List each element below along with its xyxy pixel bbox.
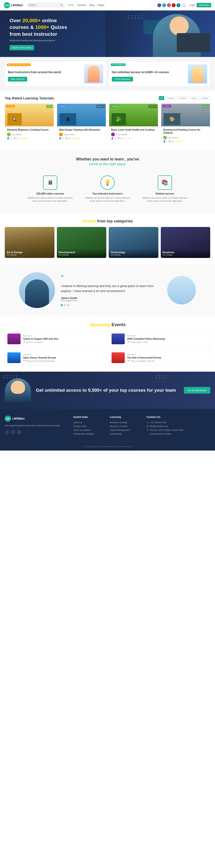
footer-phone: 📞 +91 408 654 926 (146, 421, 210, 424)
hero-suffix3: from best instructor (9, 31, 57, 37)
footer-link-terms[interactable]: Terms & condition (73, 429, 105, 431)
tutorials-title: Top Rated Learning Tutorials (5, 96, 159, 100)
footer-link-membership[interactable]: membership spotlight (73, 433, 105, 435)
login-button[interactable]: Login (188, 3, 196, 7)
filter-lifestyle[interactable]: Lifestyle (199, 96, 210, 100)
footer-learn-4[interactable]: membership (110, 433, 142, 435)
hero-person-face (170, 17, 189, 35)
category-card-business[interactable]: Business 10 Course (161, 227, 211, 258)
hero-heading: Over 20,000+ online courses & 1000+ Quiz… (9, 17, 67, 37)
category-card-tech[interactable]: Technology 15 Course (109, 227, 158, 258)
course-meta-4: 👤 4 💬 14 ★★★★★ (163, 141, 208, 143)
course-img-3: Trending $29.00 🥦 (109, 104, 158, 126)
course-label-4: Lifestyle (162, 105, 171, 107)
categories-highlight: Choose (82, 219, 96, 223)
stars-1: ★★★★★ (20, 137, 28, 140)
cta-person-face (11, 381, 25, 394)
footer-learn-2[interactable]: Become A Teacher (110, 425, 142, 428)
footer-link-about[interactable]: About Us (73, 421, 105, 424)
footer-learn-1[interactable]: Business Strategy (110, 421, 142, 424)
events-suffix: Events (112, 322, 126, 327)
footer-learn-3[interactable]: Project Management (110, 429, 142, 431)
twitter-icon[interactable]: t (162, 3, 166, 7)
footer-logo-text: LMSMart (12, 417, 25, 420)
testimonial-dots (61, 304, 161, 306)
linkedin-icon[interactable]: in (177, 3, 180, 7)
why-card-1: 🖥 155,000 video courses Whether you want… (24, 172, 76, 206)
student-count-2: 👤 10 (59, 137, 64, 140)
student-count-4: 👤 4 (163, 141, 167, 143)
footer-learning-list: Business Strategy Become A Teacher Proje… (110, 421, 142, 435)
student-count-3: 👤 12 (111, 137, 116, 140)
dot-3[interactable] (67, 304, 69, 306)
category-name-3: Technology (111, 251, 157, 254)
footer-desc: We support programs that create enhancem… (5, 424, 69, 428)
cta-banner: Get unlimited access to 5,500+ of your t… (0, 372, 215, 409)
footer-tw-icon[interactable]: t (11, 430, 16, 435)
dot-1[interactable] (61, 304, 63, 306)
why-icon-1: 🖥 (43, 176, 57, 190)
nav-home[interactable]: Home (68, 4, 74, 6)
promo-card-instructor: BECOME AN INSTRUCTOR Best Instructors fr… (5, 61, 106, 87)
instructor-name-1: Glen Burton (12, 133, 22, 136)
facebook-icon[interactable]: f (157, 3, 161, 7)
footer-email[interactable]: ✉ Info@example.com (146, 425, 210, 428)
footer-bottom: © Copyright 2022 ITMelbourne All rights … (5, 441, 210, 451)
logo[interactable]: LMS LMSMart (4, 2, 23, 8)
event-title-2: 2025 Complete Python Bootcamp (127, 337, 165, 340)
course-instructor-1: Glen Burton (7, 132, 52, 136)
pinterest-icon[interactable]: p (172, 3, 176, 7)
event-card-2[interactable]: Nov 08-23 2025 Complete Python Bootcamp … (109, 331, 210, 347)
course-info-2: Web Design Training with Elementor Steve… (57, 126, 106, 142)
footer-logo[interactable]: LMS LMSMart (5, 415, 69, 422)
testimonial-role: CFO Apple Corp (61, 300, 161, 302)
category-count-4: 10 Course (163, 254, 209, 256)
search-input[interactable] (29, 4, 60, 6)
cta-title: Get unlimited access to 5,500+ of your t… (36, 387, 179, 393)
try-business-button[interactable]: Try for Business (112, 77, 133, 82)
start-teaching-button[interactable]: Start Teaching (8, 77, 27, 82)
event-title-3: Open Source Summit Europe (23, 356, 56, 359)
categories-grid: Art & Design 15 Course Development 14 Co… (5, 227, 210, 258)
go-business-button[interactable]: Go for Business (184, 387, 210, 394)
course-card-3: Trending $29.00 🥦 Basic Level Youth Heal… (109, 103, 158, 145)
header-cart[interactable]: 🛒 (182, 3, 186, 7)
join-button[interactable]: Join Now (197, 3, 211, 7)
events-section: Upcoming Events Aug 21-24 Yearly on Augu… (0, 316, 215, 372)
event-card-1[interactable]: Aug 21-24 Yearly on August 20th and 21st… (5, 331, 106, 347)
explore-button[interactable]: Explore All Courses (9, 45, 34, 50)
event-card-4[interactable]: Feb 03-21 The Hub of Successful Events 📍… (109, 350, 210, 366)
promo-title-1: Best Instructors from around the world (8, 70, 82, 74)
nav-courses[interactable]: Courses (77, 4, 86, 6)
filter-cooking[interactable]: Cooking (165, 96, 176, 100)
event-meta-1: 📍 26 167 10 of Marks (23, 341, 58, 343)
google-icon[interactable]: g (167, 3, 171, 7)
instructor-name-4: Glen Burton (168, 136, 178, 139)
event-card-3[interactable]: Sep 08-23 Open Source Summit Europe 📍 Me… (5, 350, 106, 366)
footer-link-privacy[interactable]: Privacy Policy (73, 425, 105, 428)
why-title: Whether you want to learn , you've (5, 157, 210, 161)
testimonial-img (19, 272, 55, 308)
why-card-desc-3: Whether you want to learn or to share wh… (142, 196, 188, 203)
filter-heath[interactable]: Heath (189, 96, 198, 100)
footer-in-icon[interactable]: in (17, 430, 22, 435)
filter-finance[interactable]: Finance (178, 96, 188, 100)
footer-fb-icon[interactable]: f (5, 430, 9, 435)
nav-pages[interactable]: Pages (98, 4, 104, 6)
hero-section: Over 20,000+ online courses & 1000+ Quiz… (0, 10, 215, 57)
stars-2: ★★★★★ (72, 137, 80, 140)
nav-blog[interactable]: Blog (89, 4, 95, 6)
filter-all[interactable]: All (159, 96, 164, 100)
category-card-art[interactable]: Art & Design 15 Course (5, 227, 54, 258)
course-meta-1: 👤 17 💬 14 ★★★★★ (7, 137, 52, 140)
why-icon-3: 📚 (158, 176, 172, 190)
testimonial-content: " I believe in lifelong learning and the… (61, 274, 161, 306)
events-title: Upcoming Events (5, 322, 210, 327)
footer-col-learning: Learning Business Strategy Become A Teac… (110, 415, 142, 436)
category-card-dev[interactable]: Development 14 Course (57, 227, 107, 258)
dot-2[interactable] (64, 304, 66, 306)
hero-decor (143, 20, 162, 34)
course-info-3: Basic Level Youth Health and Cooking Fra… (109, 126, 158, 142)
promo-title-2: Get unlimited access to 6,000+ of course… (112, 70, 186, 74)
category-count-2: 14 Course (59, 254, 105, 256)
